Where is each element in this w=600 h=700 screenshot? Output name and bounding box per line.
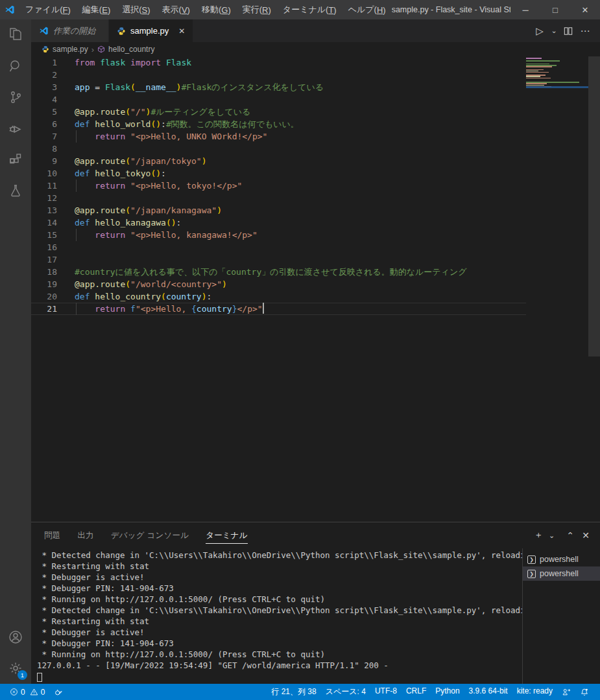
status-item[interactable]: 行 21、列 38 [267, 686, 320, 697]
line-number: 21 [31, 303, 57, 315]
code-line-11[interactable]: 11 return "<p>Hello, tokyo!</p>" [31, 180, 526, 192]
code-line-6[interactable]: 6def hello_world():#関数。この関数名は何でもいい。 [31, 118, 526, 130]
code-line-20[interactable]: 20def hello_country(country): [31, 290, 526, 303]
panel-tab[interactable]: デバッグ コンソール [111, 528, 189, 544]
split-editor-icon[interactable] [561, 24, 575, 38]
code-line-18[interactable]: 18#countryに値を入れる事で、以下の「country」の引数に渡させて反… [31, 266, 526, 278]
error-count: 0 [21, 688, 25, 697]
code-line-9[interactable]: 9@app.route("/japan/tokyo") [31, 155, 526, 167]
menu-item[interactable]: ターミナル(T) [277, 0, 342, 19]
code-line-16[interactable]: 16 [31, 241, 526, 253]
code-line-13[interactable]: 13@app.route("/japan/kanagawa") [31, 204, 526, 216]
status-item[interactable]: kite: ready [512, 686, 557, 695]
code-line-15[interactable]: 15 return "<p>Hello, kanagawa!</p>" [31, 229, 526, 241]
line-number: 1 [31, 56, 57, 69]
error-icon [10, 688, 18, 696]
explorer-icon[interactable] [0, 19, 31, 51]
line-text: @app.route("/world/<country>") [75, 278, 227, 290]
status-item[interactable]: UTF-8 [370, 686, 402, 695]
feedback-icon[interactable] [557, 688, 575, 697]
code-line-7[interactable]: 7 return "<p>Hello, UNKO WOrkd!</p>" [31, 130, 526, 143]
terminal-dropdown-chevron-icon[interactable]: ⌄ [547, 529, 556, 542]
panel-tab[interactable]: ターミナル [206, 528, 248, 544]
line-number: 15 [31, 229, 57, 241]
code-line-10[interactable]: 10def hello_tokyo(): [31, 167, 526, 180]
source-control-icon[interactable] [0, 82, 31, 113]
line-number: 10 [31, 167, 57, 180]
editor-scrollbar[interactable] [588, 56, 600, 356]
tab-sample-py[interactable]: sample.py ✕ [109, 19, 193, 42]
status-item[interactable]: CRLF [402, 686, 431, 695]
maximize-panel-icon[interactable]: ⌃ [564, 529, 577, 542]
status-item[interactable]: Python [431, 686, 464, 695]
terminal-output[interactable]: * Detected change in 'C:\\Users\\Takahir… [31, 548, 522, 684]
tab-getting-started[interactable]: 作業の開始 [31, 19, 109, 42]
title-bar: ファイル(F)編集(E)選択(S)表示(V)移動(G)実行(R)ターミナル(T)… [0, 0, 600, 19]
run-button[interactable]: ▷ [533, 24, 547, 38]
code-line-8[interactable]: 8 [31, 143, 526, 155]
panel-tab[interactable]: 問題 [44, 528, 60, 544]
extensions-icon[interactable] [0, 144, 31, 175]
terminal-line: * Debugger is active! [37, 572, 522, 583]
maximize-icon[interactable]: □ [540, 0, 570, 19]
window-title: sample.py - Flask_site - Visual Studio C… [392, 5, 510, 14]
panel-tab[interactable]: 出力 [77, 528, 93, 544]
menu-item[interactable]: 編集(E) [77, 0, 116, 19]
debug-status[interactable] [49, 684, 67, 700]
menu-item[interactable]: 選択(S) [116, 0, 156, 19]
vscode-window: ファイル(F)編集(E)選択(S)表示(V)移動(G)実行(R)ターミナル(T)… [0, 0, 600, 700]
account-icon[interactable] [0, 622, 31, 653]
more-actions-icon[interactable]: ⋯ [578, 24, 592, 38]
code-line-4[interactable]: 4 [31, 93, 526, 106]
line-number: 11 [31, 180, 57, 192]
run-dropdown-chevron-icon[interactable]: ⌄ [549, 24, 558, 38]
close-icon[interactable]: ✕ [570, 0, 600, 19]
line-text: app = Flask(__name__)#Flaskのインスタンス化をしている [75, 81, 324, 93]
status-item[interactable]: 3.9.6 64-bit [464, 686, 512, 695]
code-editor[interactable]: 1from flask import Flask23app = Flask(__… [31, 56, 600, 522]
status-bar-right: 行 21、列 38スペース: 4UTF-8CRLFPython3.9.6 64-… [267, 686, 594, 697]
text-cursor [263, 303, 264, 314]
terminal-line: * Restarting with stat [37, 561, 522, 572]
status-item[interactable]: スペース: 4 [321, 686, 370, 697]
run-and-debug-icon[interactable] [0, 113, 31, 144]
code-line-1[interactable]: 1from flask import Flask [31, 56, 526, 69]
code-line-3[interactable]: 3app = Flask(__name__)#Flaskのインスタンス化をしてい… [31, 81, 526, 93]
line-text: @app.route("/japan/tokyo") [75, 155, 207, 167]
minimap[interactable] [526, 58, 588, 88]
line-text: @app.route("/japan/kanagawa") [75, 204, 222, 216]
code-lines: 1from flask import Flask23app = Flask(__… [31, 56, 526, 315]
menu-item[interactable]: ヘルプ(H) [342, 0, 392, 19]
terminal-line: * Debugger is active! [37, 627, 522, 638]
code-line-5[interactable]: 5@app.route("/")#ルーティングをしている [31, 106, 526, 118]
code-line-19[interactable]: 19@app.route("/world/<country>") [31, 278, 526, 290]
testing-icon[interactable] [0, 175, 31, 206]
tab-close-icon[interactable]: ✕ [178, 27, 185, 36]
terminal-instance[interactable]: ❯powershell [523, 552, 600, 566]
code-line-21[interactable]: 21 return f"<p>Hello, {country}</p>" [31, 303, 526, 315]
terminal-line: * Running on http://127.0.0.1:5000/ (Pre… [37, 649, 522, 660]
line-text: def hello_tokyo(): [75, 167, 166, 180]
breadcrumb-file[interactable]: sample.py [42, 45, 88, 54]
settings-gear-icon[interactable]: 1 [0, 653, 31, 684]
line-number: 4 [31, 93, 57, 106]
search-icon[interactable] [0, 51, 31, 82]
new-terminal-icon[interactable]: ＋ [532, 529, 545, 542]
notifications-bell-icon[interactable] [575, 688, 594, 697]
line-number: 9 [31, 155, 57, 167]
menu-item[interactable]: 移動(G) [196, 0, 237, 19]
menu-item[interactable]: 表示(V) [156, 0, 196, 19]
breadcrumb-symbol[interactable]: hello_country [97, 45, 154, 54]
code-line-12[interactable]: 12 [31, 192, 526, 204]
close-panel-icon[interactable]: ✕ [579, 529, 592, 542]
breadcrumb-separator-icon: › [91, 45, 94, 54]
terminal-instance[interactable]: ❯powershell [523, 566, 600, 581]
code-line-14[interactable]: 14def hello_kanagawa(): [31, 216, 526, 229]
line-number: 7 [31, 130, 57, 143]
code-line-17[interactable]: 17 [31, 253, 526, 266]
menu-item[interactable]: 実行(R) [237, 0, 277, 19]
problems-status[interactable]: 0 0 [5, 684, 49, 700]
menu-item[interactable]: ファイル(F) [19, 0, 77, 19]
code-line-2[interactable]: 2 [31, 69, 526, 81]
minimize-icon[interactable]: ─ [510, 0, 540, 19]
